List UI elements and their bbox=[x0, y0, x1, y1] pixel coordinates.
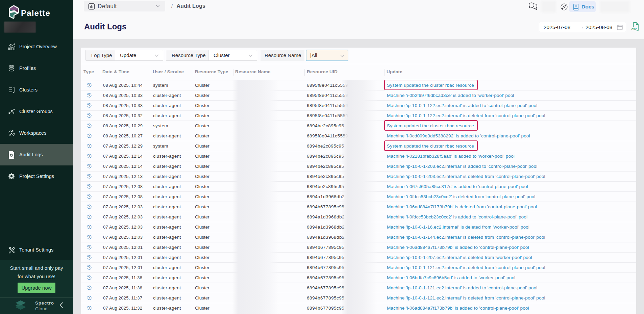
svg-text:CSV: CSV bbox=[631, 28, 637, 31]
